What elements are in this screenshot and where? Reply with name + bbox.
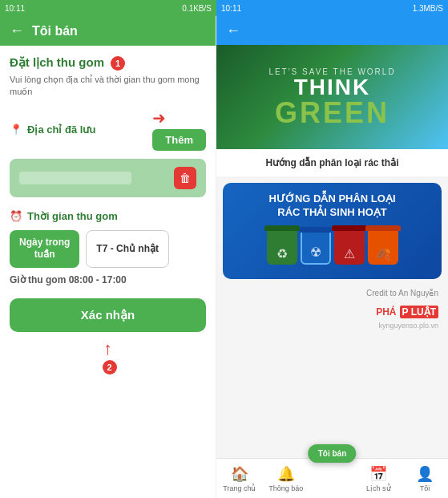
right-body: LET'S SAVE THE WORLD THINK GREEN Hướng d… xyxy=(216,45,448,458)
left-time: 10:11 xyxy=(5,4,25,13)
watermark: kynguyenso.plo.vn xyxy=(216,320,448,333)
trash-symbol-2: ☢ xyxy=(310,245,321,260)
address-label: 📍 Địa chỉ đã lưu xyxy=(10,123,95,136)
lid-green xyxy=(264,225,300,231)
calendar-icon: 📅 xyxy=(369,465,387,483)
lid-red xyxy=(332,225,367,231)
right-back-button[interactable]: ← xyxy=(226,22,240,39)
trash-can-green: ♻ xyxy=(267,229,297,265)
home-icon: 🏠 xyxy=(231,465,248,483)
left-header: ← Tôi bán xyxy=(0,16,216,46)
saturday-button[interactable]: T7 - Chủ nhật xyxy=(86,230,169,268)
right-header: ← xyxy=(216,16,448,45)
saved-address-card: 🗑 xyxy=(10,159,206,197)
right-status-bar: 10:11 1.3MB/S xyxy=(216,0,448,16)
back-button[interactable]: ← xyxy=(10,22,24,39)
weekday-button[interactable]: Ngày trongtuần xyxy=(10,230,79,268)
time-section: ⏰ Thời gian thu gom xyxy=(10,210,206,222)
toi-ban-fab[interactable]: Tôi bán xyxy=(309,444,357,463)
lid-blue xyxy=(300,227,332,233)
nav-notification[interactable]: 🔔 Thông báo xyxy=(263,459,309,498)
credit-text: Credit to An Nguyễn xyxy=(216,285,448,304)
pha-text: PHÁ xyxy=(376,306,396,318)
nav-history-label: Lịch sử xyxy=(366,484,391,492)
step-1-badge: 1 xyxy=(111,56,125,71)
green-text: GREEN xyxy=(275,99,389,128)
left-body: Đặt lịch thu gom 1 Vui lòng chọn địa chỉ… xyxy=(0,46,216,498)
trash-can-red: ⚠ xyxy=(334,229,365,265)
pluat-text: P LUẬT xyxy=(400,306,438,318)
lid-orange xyxy=(365,225,401,231)
nav-profile-label: Tôi xyxy=(420,484,430,492)
trash-cans: ♻ ☢ ⚠ 🍂 xyxy=(232,225,432,269)
pin-icon: 📍 xyxy=(10,123,22,136)
address-text-blur xyxy=(19,172,131,184)
nav-home[interactable]: 🏠 Trang chủ xyxy=(216,459,263,498)
arrow-2-container: ↑ 2 xyxy=(10,338,206,375)
right-panel: ← LET'S SAVE THE WORLD THINK GREEN Hướng… xyxy=(216,16,448,498)
right-network: 1.3MB/S xyxy=(413,4,443,13)
trash-symbol-4: 🍂 xyxy=(375,246,391,261)
section-title: Đặt lịch thu gom 1 xyxy=(10,55,206,71)
trash-can-orange: 🍂 xyxy=(368,229,398,265)
nav-profile[interactable]: 👤 Tôi xyxy=(402,459,448,498)
nav-history[interactable]: 📅 Lịch sử xyxy=(355,459,402,498)
nav-home-label: Trang chủ xyxy=(223,484,256,492)
guide-caption: Hướng dẫn phân loại rác thải xyxy=(216,149,448,176)
bell-icon: 🔔 xyxy=(277,465,295,483)
trash-can-blue: ☢ xyxy=(301,229,331,265)
right-time: 10:11 xyxy=(221,4,241,13)
arrow-2: ↑ xyxy=(10,338,206,359)
delete-address-button[interactable]: 🗑 xyxy=(174,167,196,189)
page-title: Tôi bán xyxy=(32,24,78,38)
trash-symbol-3: ⚠ xyxy=(344,246,355,261)
waste-guide-title: HƯỚNG DẪN PHÂN LOẠIRÁC THẢI SINH HOẠT xyxy=(232,192,432,220)
time-range: Giờ thu gom 08:00 - 17:00 xyxy=(10,274,206,285)
left-status-bar: 10:11 0.1KB/S xyxy=(0,0,216,16)
section-subtitle: Vui lòng chọn địa chỉ và thời gian thu g… xyxy=(10,74,206,99)
nav-toi-ban[interactable]: Tôi bán xyxy=(309,459,356,498)
left-network: 0.1KB/S xyxy=(182,4,212,13)
confirm-button[interactable]: Xác nhận xyxy=(10,298,206,332)
waste-guide-inner: HƯỚNG DẪN PHÂN LOẠIRÁC THẢI SINH HOẠT ♻ … xyxy=(223,183,442,279)
clock-icon: ⏰ xyxy=(10,210,22,222)
time-buttons: Ngày trongtuần T7 - Chủ nhật xyxy=(10,230,206,268)
waste-guide-card[interactable]: HƯỚNG DẪN PHÂN LOẠIRÁC THẢI SINH HOẠT ♻ … xyxy=(223,183,442,279)
address-row: 📍 Địa chỉ đã lưu ➜ Thêm xyxy=(10,108,206,151)
arrow-1: ➜ xyxy=(152,108,166,128)
phapluat-logo: PHÁ P LUẬT xyxy=(216,304,448,320)
bottom-nav: 🏠 Trang chủ 🔔 Thông báo Tôi bán 📅 Lịch s… xyxy=(216,458,448,498)
them-button[interactable]: Thêm xyxy=(152,129,206,151)
profile-icon: 👤 xyxy=(416,465,434,483)
step-2-badge: 2 xyxy=(103,360,117,375)
trash-symbol-1: ♻ xyxy=(276,246,288,261)
think-text: THINK xyxy=(294,76,371,99)
nav-notification-label: Thông báo xyxy=(268,484,303,492)
left-panel: ← Tôi bán Đặt lịch thu gom 1 Vui lòng ch… xyxy=(0,16,216,498)
think-green-banner: LET'S SAVE THE WORLD THINK GREEN xyxy=(216,45,448,149)
